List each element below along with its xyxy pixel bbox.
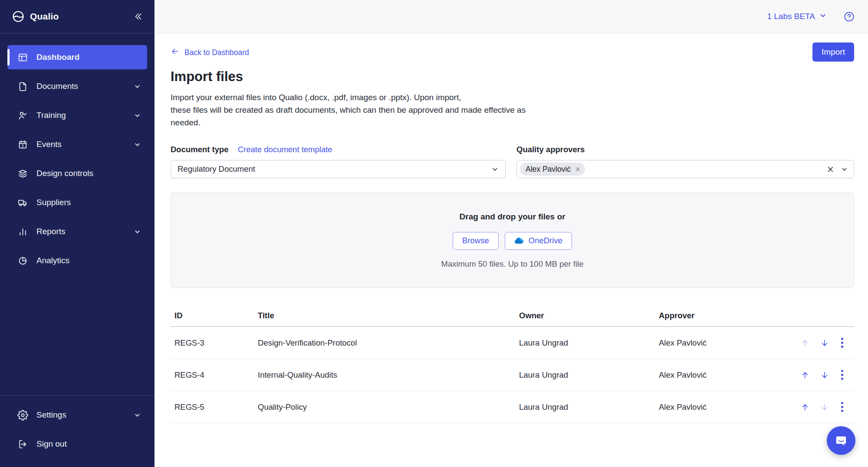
sidebar-item-label: Sign out	[36, 439, 141, 449]
sidebar-item-suppliers[interactable]: Suppliers	[7, 190, 147, 215]
cell-title: Quality-Policy	[258, 402, 519, 412]
sidebar-item-analytics[interactable]: Analytics	[7, 248, 147, 273]
sidebar-item-events[interactable]: Events	[7, 132, 147, 157]
quality-approvers-field: Quality approvers Alex Pavlović	[516, 145, 854, 178]
sidebar-item-settings[interactable]: Settings	[7, 403, 147, 427]
column-header-title: Title	[258, 311, 519, 320]
remove-approver-icon[interactable]	[575, 166, 581, 173]
sidebar-item-label: Training	[36, 111, 134, 120]
cell-owner: Laura Ungrad	[519, 370, 659, 380]
onedrive-button[interactable]: OneDrive	[505, 232, 572, 250]
approver-tag-label: Alex Pavlović	[526, 165, 571, 174]
import-button[interactable]: Import	[812, 42, 854, 62]
move-up-icon[interactable]	[800, 370, 810, 380]
chevron-down-icon	[134, 411, 141, 419]
sidebar-item-design-controls[interactable]: Design controls	[7, 161, 147, 186]
topbar: 1 Labs BETA	[155, 0, 868, 33]
move-up-icon	[800, 338, 810, 348]
document-icon	[17, 81, 28, 92]
sidebar-item-label: Suppliers	[36, 198, 141, 207]
browse-button[interactable]: Browse	[453, 232, 499, 250]
chevron-down-icon	[134, 228, 141, 235]
clear-approvers-icon[interactable]	[827, 166, 834, 173]
dropzone-hint: Maximum 50 files. Up to 100 MB per file	[441, 259, 584, 269]
cell-approver: Alex Pavlović	[659, 402, 795, 412]
gear-icon	[17, 409, 28, 421]
qualio-logo[interactable]: Qualio	[11, 10, 133, 23]
cell-id: REGS-5	[174, 402, 258, 412]
page-content: Import Back to Dashboard Import files Im…	[155, 33, 868, 467]
import-form: Document type Create document template R…	[171, 145, 854, 178]
import-files-table: ID Title Owner Approver REGS-3 Design-Ve…	[171, 305, 854, 423]
back-arrow-icon	[171, 47, 180, 58]
chevron-down-icon	[134, 112, 141, 119]
sidebar-item-label: Analytics	[36, 256, 141, 265]
app-name: Qualio	[30, 11, 59, 22]
row-menu-icon[interactable]	[839, 337, 845, 349]
sidebar-item-documents[interactable]: Documents	[7, 74, 147, 98]
sidebar-item-label: Settings	[36, 410, 134, 420]
move-down-icon[interactable]	[820, 338, 829, 348]
dashboard-icon	[17, 52, 28, 63]
sidebar-footer: Settings Sign out	[0, 395, 155, 467]
sidebar-nav: Dashboard Documents Traini	[0, 33, 155, 395]
chevron-down-icon	[819, 12, 827, 22]
browse-button-label: Browse	[462, 236, 489, 245]
quality-approvers-select[interactable]: Alex Pavlović	[516, 160, 854, 178]
sidebar-collapse-icon[interactable]	[133, 11, 143, 22]
page-description: Import your external files into Qualio (…	[171, 91, 854, 129]
document-type-value: Regulatory Document	[178, 164, 491, 174]
table-row: REGS-5 Quality-Policy Laura Ungrad Alex …	[171, 391, 854, 423]
cell-approver: Alex Pavlović	[659, 370, 795, 380]
sidebar-item-label: Documents	[36, 82, 134, 91]
help-icon[interactable]	[843, 11, 855, 23]
sidebar: Qualio Dashboard	[0, 0, 155, 467]
column-header-owner: Owner	[519, 311, 659, 320]
cell-title: Internal-Quality-Audits	[258, 370, 519, 380]
org-label: 1 Labs BETA	[767, 12, 815, 21]
cell-owner: Laura Ungrad	[519, 338, 659, 348]
truck-icon	[17, 197, 28, 208]
cell-id: REGS-3	[174, 338, 258, 348]
chevron-down-icon	[491, 166, 499, 173]
back-to-dashboard-link[interactable]: Back to Dashboard	[171, 47, 249, 58]
table-header-row: ID Title Owner Approver	[171, 305, 854, 327]
training-icon	[17, 110, 28, 121]
table-row: REGS-4 Internal-Quality-Audits Laura Ung…	[171, 359, 854, 391]
main-area: 1 Labs BETA Import Back to Dashboard Imp…	[155, 0, 868, 467]
pie-chart-icon	[17, 255, 28, 266]
row-menu-icon[interactable]	[839, 401, 845, 413]
onedrive-button-label: OneDrive	[529, 236, 562, 245]
chevron-down-icon[interactable]	[841, 166, 848, 173]
column-header-approver: Approver	[659, 311, 795, 320]
document-type-select[interactable]: Regulatory Document	[171, 160, 506, 178]
sidebar-item-reports[interactable]: Reports	[7, 219, 147, 244]
qualio-logo-icon	[11, 10, 25, 23]
create-document-template-link[interactable]: Create document template	[238, 145, 332, 154]
onedrive-cloud-icon	[514, 237, 524, 244]
row-menu-icon[interactable]	[839, 369, 845, 381]
quality-approvers-label: Quality approvers	[516, 145, 585, 154]
sidebar-item-label: Design controls	[36, 169, 141, 178]
sidebar-item-label: Dashboard	[36, 52, 141, 62]
back-link-label: Back to Dashboard	[184, 48, 249, 57]
document-type-label: Document type	[171, 145, 229, 154]
sidebar-item-sign-out[interactable]: Sign out	[7, 432, 147, 456]
chat-launcher-button[interactable]	[827, 426, 855, 455]
sidebar-item-dashboard[interactable]: Dashboard	[7, 45, 147, 69]
sidebar-item-training[interactable]: Training	[7, 103, 147, 127]
file-dropzone[interactable]: Drag and drop your files or Browse OneDr…	[171, 193, 854, 288]
sidebar-item-label: Events	[36, 140, 134, 149]
cell-approver: Alex Pavlović	[659, 338, 795, 348]
table-row: REGS-3 Design-Verification-Protocol Laur…	[171, 327, 854, 359]
calendar-icon	[17, 139, 28, 150]
move-up-icon[interactable]	[800, 402, 810, 412]
column-header-id: ID	[174, 311, 258, 320]
document-type-field: Document type Create document template R…	[171, 145, 506, 178]
move-down-icon[interactable]	[820, 370, 829, 380]
dropzone-prompt: Drag and drop your files or	[460, 212, 566, 222]
chat-bubble-icon	[834, 433, 848, 448]
move-down-icon	[820, 402, 829, 412]
sign-out-icon	[17, 438, 28, 450]
org-switcher[interactable]: 1 Labs BETA	[767, 12, 827, 22]
